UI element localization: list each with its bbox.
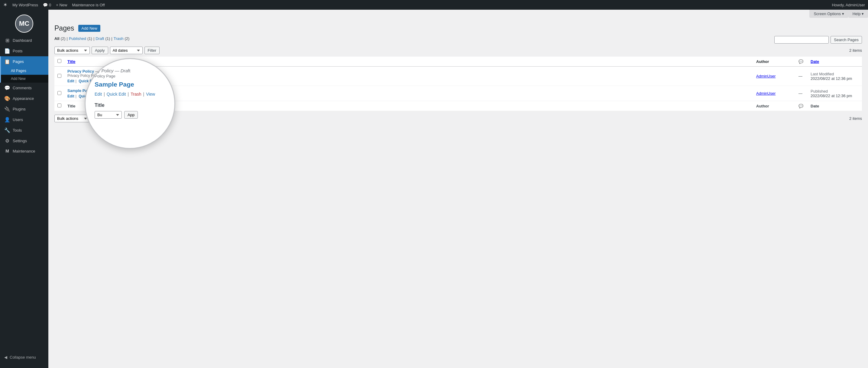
mag-apply-btn[interactable]: App bbox=[124, 111, 138, 119]
users-link[interactable]: 👤 Users bbox=[0, 114, 49, 125]
row-1-author-cell: AdminUser bbox=[753, 66, 796, 86]
appearance-link[interactable]: 🎨 Appearance bbox=[0, 93, 49, 104]
filter-links: All (2) | Published (1) | Draft (1) | Tr… bbox=[54, 36, 129, 41]
search-box: Search Pages bbox=[774, 36, 862, 44]
row-2-author-link[interactable]: AdminUser bbox=[756, 91, 776, 96]
comment-bubble-icon: 💬 bbox=[43, 3, 48, 7]
sidebar-item-settings[interactable]: ⚙ Settings bbox=[0, 136, 49, 146]
items-count: 2 items bbox=[849, 48, 862, 53]
sidebar-item-comments[interactable]: 💬 Comments bbox=[0, 83, 49, 93]
settings-icon: ⚙ bbox=[4, 138, 10, 144]
help-button[interactable]: Help ▾ bbox=[848, 10, 868, 18]
table-row: Sample Page Edit| Quick Edit| Trash| Vie… bbox=[54, 86, 862, 101]
maintenance-link[interactable]: M Maintenance bbox=[0, 146, 49, 156]
filter-trash[interactable]: Trash bbox=[114, 36, 124, 41]
row-2-date-cell: Published 2022/08/22 at 12:36 pm bbox=[808, 86, 862, 101]
row-2-checkbox[interactable] bbox=[57, 91, 61, 95]
layout: MC ⊞ Dashboard 📄 Posts 📋 Pages bbox=[0, 10, 868, 368]
comments-link[interactable]: 💬 Comments bbox=[0, 83, 49, 93]
comments-link[interactable]: 💬 0 bbox=[43, 3, 51, 7]
pages-link[interactable]: 📋 Pages bbox=[0, 56, 49, 67]
mag-draft-partial: icy Policy — Draft bbox=[92, 68, 168, 73]
topbar: ✶ My WordPress 💬 0 + New Maintenance is … bbox=[0, 0, 868, 10]
dashboard-icon: ⊞ bbox=[4, 37, 10, 43]
pages-submenu: All Pages Add New bbox=[0, 67, 49, 83]
plugins-link[interactable]: 🔌 Plugins bbox=[0, 104, 49, 114]
sidebar-item-dashboard[interactable]: ⊞ Dashboard bbox=[0, 35, 49, 46]
row-1-comments-cell: — bbox=[796, 66, 808, 86]
collapse-menu-button[interactable]: ◀ Collapse menu bbox=[0, 351, 49, 363]
main-content: Screen Options ▾ Help ▾ Pages Add New Al… bbox=[49, 10, 868, 368]
maintenance-icon: M bbox=[4, 149, 10, 153]
col-checkbox bbox=[54, 57, 64, 66]
posts-link[interactable]: 📄 Posts bbox=[0, 46, 49, 56]
filter-draft[interactable]: Draft bbox=[95, 36, 104, 41]
apply-button[interactable]: Apply bbox=[92, 47, 108, 54]
col-author-header: Author bbox=[753, 57, 796, 66]
filter-published[interactable]: Published bbox=[69, 36, 86, 41]
date-sort-link[interactable]: Date bbox=[811, 59, 819, 64]
row-1-checkbox[interactable] bbox=[57, 74, 61, 78]
col-comments-header: 💬 bbox=[796, 57, 808, 66]
avatar: MC bbox=[15, 15, 33, 33]
dates-filter-select[interactable]: All dates August 2022 bbox=[110, 47, 143, 54]
bulk-actions-select[interactable]: Bulk actions Edit Move to Trash bbox=[54, 47, 90, 54]
footer-select-all-checkbox[interactable] bbox=[57, 104, 61, 108]
row-1-date-cell: Last Modified 2022/08/22 at 12:36 pm bbox=[808, 66, 862, 86]
mag-bulk-select[interactable]: Bu bbox=[95, 111, 122, 119]
row-2-edit-link[interactable]: Edit bbox=[67, 94, 74, 98]
avatar-area: MC bbox=[0, 10, 49, 35]
mag-quick-edit-link[interactable]: Quick Edit bbox=[107, 92, 126, 96]
howdy-user[interactable]: Howdy, AdminUser bbox=[832, 3, 865, 7]
sidebar-item-plugins[interactable]: 🔌 Plugins bbox=[0, 104, 49, 114]
screen-options-button[interactable]: Screen Options ▾ bbox=[809, 10, 848, 18]
row-checkbox-1 bbox=[54, 66, 64, 86]
row-1-title-link[interactable]: Privacy Policy bbox=[67, 69, 94, 74]
search-pages-button[interactable]: Search Pages bbox=[831, 36, 862, 44]
col-title-header[interactable]: Title bbox=[64, 57, 753, 66]
row-2-comments-count: — bbox=[799, 91, 802, 96]
sidebar-item-maintenance[interactable]: M Maintenance bbox=[0, 146, 49, 156]
settings-link[interactable]: ⚙ Settings bbox=[0, 136, 49, 146]
search-input[interactable] bbox=[774, 36, 829, 44]
row-1-author-link[interactable]: AdminUser bbox=[756, 74, 776, 78]
magnifier-overlay: icy Policy — Draft Policy Page Sample Pa… bbox=[85, 58, 175, 149]
sidebar-item-tools[interactable]: 🔧 Tools bbox=[0, 125, 49, 136]
add-new-button[interactable]: Add New bbox=[78, 25, 100, 32]
appearance-icon: 🎨 bbox=[4, 96, 10, 102]
toolbar-row: Bulk actions Edit Move to Trash Apply Al… bbox=[54, 47, 862, 54]
table-footer-row: Title Author 💬 Date bbox=[54, 101, 862, 111]
mag-title-label: Title bbox=[92, 103, 168, 108]
row-1-comments-count: — bbox=[799, 74, 802, 78]
pages-icon: 📋 bbox=[4, 59, 10, 64]
all-pages-link[interactable]: All Pages bbox=[0, 67, 49, 75]
select-all-checkbox[interactable] bbox=[57, 59, 61, 63]
tools-link[interactable]: 🔧 Tools bbox=[0, 125, 49, 136]
col-date-header[interactable]: Date bbox=[808, 57, 862, 66]
sidebar-item-users[interactable]: 👤 Users bbox=[0, 114, 49, 125]
mag-view-link[interactable]: View bbox=[146, 92, 155, 96]
title-sort-link[interactable]: Title bbox=[67, 59, 75, 64]
submenu-all-pages[interactable]: All Pages bbox=[0, 67, 49, 75]
filter-button[interactable]: Filter bbox=[145, 47, 160, 54]
comments-header-icon: 💬 bbox=[799, 59, 803, 64]
mag-trash-link[interactable]: Trash bbox=[130, 92, 141, 96]
bottom-bulk-actions-select[interactable]: Bulk actions Edit Move to Trash bbox=[54, 115, 90, 122]
mag-edit-link[interactable]: Edit bbox=[95, 92, 102, 96]
footer-comments-icon: 💬 bbox=[799, 104, 803, 108]
sidebar-item-posts[interactable]: 📄 Posts bbox=[0, 46, 49, 56]
submenu-add-new[interactable]: Add New bbox=[0, 75, 49, 83]
sidebar-item-pages[interactable]: 📋 Pages All Pages Add New bbox=[0, 56, 49, 83]
row-1-edit-link[interactable]: Edit bbox=[67, 79, 74, 83]
filter-all[interactable]: All bbox=[54, 36, 60, 41]
site-name[interactable]: My WordPress bbox=[12, 3, 38, 7]
row-2-comments-cell: — bbox=[796, 86, 808, 101]
page-title: Pages bbox=[54, 24, 74, 32]
bottom-items-count: 2 items bbox=[849, 116, 862, 121]
row-1-date-label: Last Modified bbox=[811, 72, 834, 76]
new-menu[interactable]: + New bbox=[56, 3, 67, 7]
sidebar-item-appearance[interactable]: 🎨 Appearance bbox=[0, 93, 49, 104]
add-new-link[interactable]: Add New bbox=[0, 75, 49, 83]
dashboard-link[interactable]: ⊞ Dashboard bbox=[0, 35, 49, 46]
footer-col-comments: 💬 bbox=[796, 101, 808, 111]
